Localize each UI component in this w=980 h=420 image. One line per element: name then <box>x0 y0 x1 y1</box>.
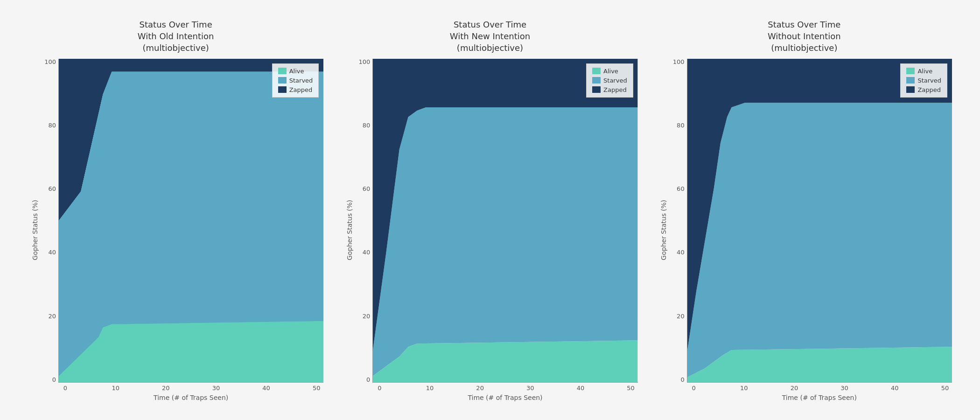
chart2-x-label: Time (# of Traps Seen) <box>356 394 637 401</box>
chart1-y-label: Gopher Status (%) <box>31 200 39 260</box>
chart3-legend-starved-color <box>906 77 915 84</box>
chart2-legend-zapped-label: Zapped <box>603 86 627 93</box>
chart2-plot: Alive Starved Zapped <box>372 59 637 383</box>
chart2-ytick-20: 20 <box>356 313 372 319</box>
chart2-xtick-50: 50 <box>624 385 638 392</box>
chart1-y-label-container: Gopher Status (%) <box>28 59 42 401</box>
chart1-legend-starved: Starved <box>278 77 313 84</box>
chart3-legend-starved: Starved <box>906 77 941 84</box>
chart2-ytick-60: 60 <box>356 186 372 192</box>
chart3-starved-area <box>687 103 952 382</box>
chart3-legend-zapped-color <box>906 86 915 93</box>
chart2-y-label-container: Gopher Status (%) <box>342 59 356 401</box>
charts-container: Status Over Time With Old Intention (mul… <box>0 0 980 420</box>
chart3-ytick-20: 20 <box>671 313 687 319</box>
chart1-ytick-0: 0 <box>42 377 58 383</box>
chart1-xtick-30: 30 <box>209 385 223 392</box>
chart2-legend-alive-label: Alive <box>603 68 618 75</box>
chart2-xtick-20: 20 <box>473 385 487 392</box>
chart3-y-label-container: Gopher Status (%) <box>657 59 671 401</box>
chart1-legend-alive: Alive <box>278 68 313 75</box>
chart1-title: Status Over Time With Old Intention (mul… <box>138 19 214 54</box>
chart3-ytick-60: 60 <box>671 186 687 192</box>
chart3-legend-starved-label: Starved <box>917 77 941 84</box>
chart3-y-label: Gopher Status (%) <box>660 200 667 260</box>
chart2-title: Status Over Time With New Intention (mul… <box>450 19 530 54</box>
chart2-legend: Alive Starved Zapped <box>586 63 633 98</box>
chart1-legend-alive-color <box>278 68 287 74</box>
chart1-legend-starved-color <box>278 77 287 84</box>
chart2-ytick-100: 100 <box>356 59 372 65</box>
chart1-legend-zapped-label: Zapped <box>289 86 313 93</box>
chart1-legend-alive-label: Alive <box>289 68 304 75</box>
chart2-wrapper: Status Over Time With New Intention (mul… <box>342 19 637 401</box>
chart3-xtick-40: 40 <box>888 385 902 392</box>
chart2-ytick-40: 40 <box>356 249 372 255</box>
chart1-xtick-10: 10 <box>109 385 123 392</box>
chart1-ytick-20: 20 <box>42 313 58 319</box>
chart1-ytick-80: 80 <box>42 122 58 128</box>
chart1-x-label: Time (# of Traps Seen) <box>42 394 323 401</box>
chart1-plot-and-yaxis: 0 20 40 60 80 100 <box>42 59 323 383</box>
chart3-ytick-100: 100 <box>671 59 687 65</box>
chart3-xtick-50: 50 <box>938 385 952 392</box>
chart2-legend-alive: Alive <box>592 68 627 75</box>
chart2-area: Gopher Status (%) 0 20 40 60 80 100 <box>342 59 637 401</box>
chart2-legend-alive-color <box>592 68 601 74</box>
chart3-x-label: Time (# of Traps Seen) <box>671 394 952 401</box>
chart1-plot: Alive Starved Zapped <box>58 59 323 383</box>
chart1-xtick-50: 50 <box>309 385 323 392</box>
chart1-area: Gopher Status (%) 0 20 40 60 80 100 <box>28 59 323 401</box>
chart2-xtick-40: 40 <box>574 385 588 392</box>
chart2-legend-zapped: Zapped <box>592 86 627 93</box>
chart3-inner: 0 20 40 60 80 100 <box>671 59 952 401</box>
chart2-ytick-80: 80 <box>356 122 372 128</box>
chart1-xtick-20: 20 <box>159 385 173 392</box>
chart3-title: Status Over Time Without Intention (mult… <box>768 19 841 54</box>
chart3-wrapper: Status Over Time Without Intention (mult… <box>657 19 952 401</box>
chart3-plot-and-yaxis: 0 20 40 60 80 100 <box>671 59 952 383</box>
chart3-xtick-0: 0 <box>687 385 701 392</box>
chart2-ytick-0: 0 <box>356 377 372 383</box>
chart1-y-ticks: 0 20 40 60 80 100 <box>42 59 58 383</box>
chart3-legend-alive-label: Alive <box>917 68 932 75</box>
chart1-xtick-0: 0 <box>58 385 72 392</box>
chart3-legend-zapped: Zapped <box>906 86 941 93</box>
chart2-xtick-30: 30 <box>523 385 537 392</box>
chart1-wrapper: Status Over Time With Old Intention (mul… <box>28 19 323 401</box>
chart2-y-label: Gopher Status (%) <box>345 200 353 260</box>
chart3-legend-zapped-label: Zapped <box>917 86 941 93</box>
chart3-legend: Alive Starved Zapped <box>900 63 947 98</box>
chart1-legend-starved-label: Starved <box>289 77 313 84</box>
chart3-legend-alive: Alive <box>906 68 941 75</box>
chart3-xtick-10: 10 <box>737 385 751 392</box>
chart3-ytick-40: 40 <box>671 249 687 255</box>
chart1-legend-zapped-color <box>278 86 287 93</box>
chart3-xtick-20: 20 <box>787 385 801 392</box>
chart2-y-ticks: 0 20 40 60 80 100 <box>356 59 372 383</box>
chart3-ytick-0: 0 <box>671 377 687 383</box>
chart1-inner: 0 20 40 60 80 100 <box>42 59 323 401</box>
chart3-svg <box>687 59 952 382</box>
chart3-legend-alive-color <box>906 68 915 74</box>
chart2-inner: 0 20 40 60 80 100 <box>356 59 637 401</box>
chart1-ytick-100: 100 <box>42 59 58 65</box>
chart2-legend-starved-label: Starved <box>603 77 627 84</box>
chart2-x-axis: 0 10 20 30 40 50 <box>356 385 637 392</box>
chart2-svg <box>373 59 637 382</box>
chart2-xtick-0: 0 <box>372 385 386 392</box>
chart3-area: Gopher Status (%) 0 20 40 60 80 100 <box>657 59 952 401</box>
chart2-legend-starved-color <box>592 77 601 84</box>
chart1-xtick-40: 40 <box>259 385 273 392</box>
chart1-svg <box>59 59 323 382</box>
chart2-legend-starved: Starved <box>592 77 627 84</box>
chart2-legend-zapped-color <box>592 86 601 93</box>
chart1-x-axis: 0 10 20 30 40 50 <box>42 385 323 392</box>
chart3-x-axis: 0 10 20 30 40 50 <box>671 385 952 392</box>
chart2-alive-area <box>373 340 637 382</box>
chart3-y-ticks: 0 20 40 60 80 100 <box>671 59 687 383</box>
chart1-legend-zapped: Zapped <box>278 86 313 93</box>
chart3-ytick-80: 80 <box>671 122 687 128</box>
chart1-legend: Alive Starved Zapped <box>272 63 319 98</box>
chart1-ytick-60: 60 <box>42 186 58 192</box>
